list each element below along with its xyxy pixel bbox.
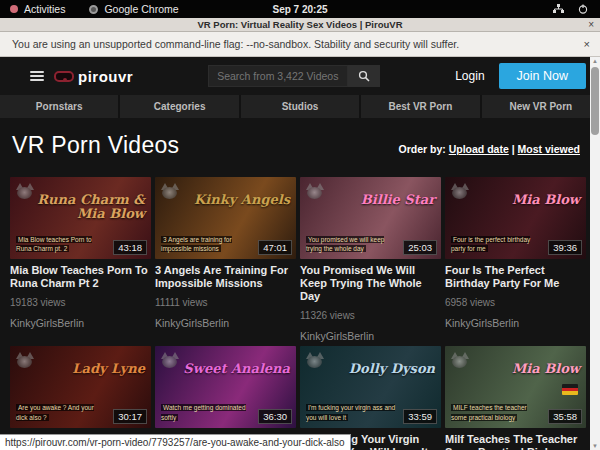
page-title: VR Porn Videos (12, 132, 179, 159)
tab-title[interactable]: VR Porn: Virtual Reality Sex Videos | Pi… (0, 19, 600, 30)
vr-goggles-icon (54, 71, 74, 82)
thumbnail-caption: Watch me getting dominated softly (161, 403, 251, 423)
scroll-up-arrow[interactable]: ▲ (592, 57, 598, 65)
nav-item-best-vr[interactable]: Best VR Porn (361, 95, 479, 118)
thumbnail-caption: Mia Blow teaches Porn to Runa Charm pt. … (16, 235, 106, 255)
thumbnail-caption: You promised we will keep trying the who… (306, 235, 396, 255)
thumbnail-overlay-title: Lady Lyne (72, 362, 145, 376)
nav-item-pornstars[interactable]: Pornstars (0, 95, 118, 118)
activities-button[interactable]: Activities (24, 3, 65, 15)
thumbnail-overlay-title: Billie Star (361, 193, 435, 207)
video-studio-link[interactable]: KinkyGirlsBerlin (10, 317, 151, 329)
thumbnail-caption: 3 Angels are training for impossible mis… (161, 235, 251, 255)
menu-hamburger-icon[interactable] (30, 71, 44, 81)
video-views: 11111 views (155, 297, 296, 308)
video-title[interactable]: Mia Blow Teaches Porn To Runa Charm Pt 2 (10, 264, 151, 290)
search-input[interactable] (208, 65, 348, 87)
video-title[interactable]: 3 Angels Are Training For Impossible Mis… (155, 264, 296, 290)
join-now-button[interactable]: Join Now (499, 63, 586, 89)
video-studio-link[interactable]: KinkyGirlsBerlin (155, 317, 296, 329)
system-top-bar: Activities Google Chrome Sep 7 20:25 (0, 0, 600, 18)
logo-text: pirouvr (78, 68, 133, 85)
video-card[interactable]: Mia Blow MILF teaches the teacher some p… (445, 346, 586, 450)
thumbnail-caption: I'm fucking your virgin ass and you will… (306, 403, 396, 423)
video-thumbnail[interactable]: Kinky Angels 3 Angels are training for i… (155, 177, 296, 259)
scrollbar-thumb[interactable] (591, 67, 599, 135)
video-views: 19183 views (10, 297, 151, 308)
status-bar-url: https://pirouvr.com/vr-porn-video/779325… (0, 434, 351, 450)
video-views: 11326 views (300, 310, 441, 321)
page-scrollbar[interactable]: ▲ ▼ (590, 57, 600, 450)
thumbnail-overlay-title: Sweet Analena (183, 362, 290, 376)
video-thumbnail[interactable]: Runa Charm & Mia Blow Mia Blow teaches P… (10, 177, 151, 259)
search-icon (358, 70, 370, 82)
thumbnail-overlay-title: Kinky Angels (194, 193, 290, 207)
video-card[interactable]: Mia Blow Four is the perfect birthday pa… (445, 177, 586, 342)
studio-cat-mask-watermark (161, 352, 179, 368)
nav-item-new-vr[interactable]: New VR Porn (482, 95, 600, 118)
german-flag-icon (562, 384, 578, 395)
site-header: pirouvr Login Join Now (0, 57, 600, 95)
nav-item-categories[interactable]: Categories (120, 95, 238, 118)
video-card[interactable]: Billie Star You promised we will keep tr… (300, 177, 441, 342)
studio-cat-mask-watermark (306, 183, 324, 199)
thumbnail-overlay-title: Runa Charm & Mia Blow (35, 193, 145, 220)
thumbnail-overlay-title: Mia Blow (512, 193, 580, 207)
site-logo[interactable]: pirouvr (54, 68, 133, 85)
scroll-down-arrow[interactable]: ▼ (592, 442, 598, 450)
unsupported-flag-warning-bar: You are using an unsupported command-lin… (0, 32, 600, 57)
video-duration-badge: 30:17 (113, 409, 147, 424)
video-thumbnail[interactable]: Sweet Analena Watch me getting dominated… (155, 346, 296, 428)
focused-app-menu[interactable]: Google Chrome (104, 3, 178, 15)
thumbnail-caption: MILF teaches the teacher some practical … (451, 403, 541, 423)
video-thumbnail[interactable]: Mia Blow Four is the perfect birthday pa… (445, 177, 586, 259)
video-thumbnail[interactable]: Billie Star You promised we will keep tr… (300, 177, 441, 259)
main-nav: Pornstars Categories Studios Best VR Por… (0, 95, 600, 118)
warning-text: You are using an unsupported command-lin… (0, 38, 459, 50)
order-upload-date-link[interactable]: Upload date (449, 143, 509, 155)
thumbnail-overlay-title: Dolly Dyson (349, 362, 435, 376)
search-button[interactable] (348, 65, 380, 87)
video-thumbnail[interactable]: Lady Lyne Are you awake ? And your dick … (10, 346, 151, 428)
chrome-app-icon (89, 5, 98, 14)
video-card[interactable]: Runa Charm & Mia Blow Mia Blow teaches P… (10, 177, 151, 342)
power-icon[interactable] (578, 4, 588, 14)
video-duration-badge: 39:36 (548, 240, 582, 255)
studio-cat-mask-watermark (16, 352, 34, 368)
network-icon[interactable] (553, 4, 564, 14)
browser-tab-strip: VR Porn: Virtual Reality Sex Videos | Pi… (0, 18, 600, 32)
activities-dot-icon (10, 5, 18, 13)
video-thumbnail[interactable]: Dolly Dyson I'm fucking your virgin ass … (300, 346, 441, 428)
studio-cat-mask-watermark (451, 352, 469, 368)
thumbnail-caption: Are you awake ? And your dick also ? (16, 403, 106, 423)
video-grid: Runa Charm & Mia Blow Mia Blow teaches P… (10, 177, 586, 450)
video-duration-badge: 33:59 (403, 409, 437, 424)
order-by-label: Order by: (398, 143, 445, 155)
browser-viewport: pirouvr Login Join Now Pornstars Categor… (0, 57, 600, 450)
studio-cat-mask-watermark (451, 183, 469, 199)
video-duration-badge: 35:58 (548, 409, 582, 424)
video-studio-link[interactable]: KinkyGirlsBerlin (300, 330, 441, 342)
tab-close-icon[interactable]: × (588, 20, 594, 30)
order-most-viewed-link[interactable]: Most viewed (518, 143, 580, 155)
video-title[interactable]: Milf Teaches The Teacher Some Practical … (445, 433, 586, 450)
order-by-controls: Order by: Upload date | Most viewed (398, 143, 580, 159)
video-studio-link[interactable]: KinkyGirlsBerlin (445, 317, 586, 329)
nav-item-studios[interactable]: Studios (241, 95, 359, 118)
video-views: 6958 views (445, 297, 586, 308)
thumbnail-caption: Four is the perfect birthday party for m… (451, 235, 541, 255)
video-duration-badge: 36:30 (258, 409, 292, 424)
video-duration-badge: 25:03 (403, 240, 437, 255)
video-title[interactable]: Four Is The Perfect Birthday Party For M… (445, 264, 586, 290)
video-title[interactable]: You Promised We Will Keep Trying The Who… (300, 264, 441, 303)
studio-cat-mask-watermark (306, 352, 324, 368)
video-duration-badge: 47:01 (258, 240, 292, 255)
warning-close-icon[interactable]: × (584, 38, 590, 50)
login-link[interactable]: Login (455, 69, 484, 83)
video-duration-badge: 43:18 (113, 240, 147, 255)
video-card[interactable]: Kinky Angels 3 Angels are training for i… (155, 177, 296, 342)
studio-cat-mask-watermark (16, 183, 34, 199)
thumbnail-overlay-title: Mia Blow (512, 362, 580, 376)
video-thumbnail[interactable]: Mia Blow MILF teaches the teacher some p… (445, 346, 586, 428)
studio-cat-mask-watermark (161, 183, 179, 199)
